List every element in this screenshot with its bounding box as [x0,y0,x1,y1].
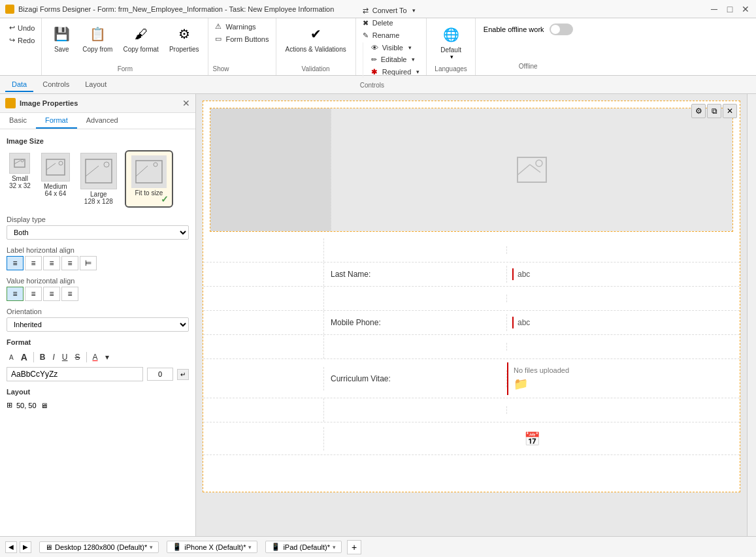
convert-icon: ⇄ [363,7,369,15]
offline-toggle[interactable] [550,24,573,35]
size-fit-label: Fit to size [135,189,163,197]
label-align-left[interactable]: ≡ [7,256,24,270]
visible-button[interactable]: 👁 Visible ▾ [369,42,423,53]
panel-header: Image Properties ✕ [0,94,195,113]
panel-tab-basic[interactable]: Basic [0,113,36,129]
undo-button[interactable]: ↩ Undo [5,22,39,33]
required-button[interactable]: ✱ Required ▾ [369,67,423,78]
field-cell-empty-left-1 [203,238,324,262]
format-underline[interactable]: U [59,352,71,362]
label-align-justify[interactable]: ≡ [61,256,78,270]
image-size-label: Image Size [7,137,189,145]
orientation-select[interactable]: Inherited Horizontal Vertical [7,317,189,332]
value-align-row: Value horizontal align ≡ ≡ ≡ ≡ [7,277,189,301]
label-align-right[interactable]: ≡ [43,256,60,270]
layout-value: 50, 50 [16,402,37,409]
device-iphone-tab[interactable]: 📱 iPhone X (Default)* ▾ [167,541,257,553]
editable-button[interactable]: ✏ Editable ▾ [369,54,423,65]
layout-row: Layout ⊞ 50, 50 🖥 [7,388,189,409]
nav-right-button[interactable]: ▶ [20,541,31,553]
default-language-button[interactable]: 🌐 Default ▾ [436,22,465,63]
file-upload-icon[interactable]: 📁 [514,377,734,391]
format-strikethrough[interactable]: S [72,352,82,362]
form-row-empty-4 [203,398,740,422]
size-medium[interactable]: Medium64 x 64 [39,150,73,208]
languages-group: 🌐 Default ▾ Languages [427,18,476,75]
warnings-button[interactable]: ⚠ Warnings [212,21,271,32]
convert-to-button[interactable]: ⇄ Convert To ▾ [360,5,423,16]
redo-button[interactable]: ↪ Redo [5,35,39,46]
label-align-extra[interactable]: ⊨ [80,256,97,270]
value-align-justify[interactable]: ≡ [61,287,78,301]
size-small[interactable]: Small32 x 32 [7,150,33,208]
date-icon-cell: 📅 [324,431,740,447]
orientation-label: Orientation [7,308,189,315]
format-color-dropdown[interactable]: ▾ [103,352,112,362]
tab-data[interactable]: Data [5,78,33,92]
format-italic[interactable]: I [50,352,57,362]
copy-from-button[interactable]: 📋 Copy from [78,21,116,56]
format-small-a[interactable]: A [7,353,16,362]
svg-line-7 [86,166,99,176]
label-align-center[interactable]: ≡ [25,256,42,270]
format-bold[interactable]: B [37,352,48,362]
copy-format-button[interactable]: 🖌 Copy format [119,21,162,56]
device-ipad-tab[interactable]: 📱 iPad (Default)* ▾ [265,541,342,553]
value-align-right[interactable]: ≡ [43,287,60,301]
actions-validations-button[interactable]: ✔ Actions & Validations [282,21,350,56]
mobilephone-input[interactable] [512,317,734,328]
size-fit[interactable]: Fit to size ✓ [125,150,173,208]
value-align-center[interactable]: ≡ [25,287,42,301]
nav-left-button[interactable]: ◀ [5,541,17,553]
field-cell-value-empty-1 [507,247,740,253]
form-row-lastname: Last Name: [203,263,740,287]
display-type-select[interactable]: Both Image Only Label Only [7,225,189,240]
rename-button[interactable]: ✎ Rename [360,30,423,41]
app-title: Bizagi Forms Designer - Form: frm_New_Em… [18,5,334,13]
calendar-icon: 📅 [524,431,540,447]
svg-line-10 [136,166,148,176]
lastname-input[interactable] [512,268,734,280]
minimize-button[interactable]: ─ [709,4,719,14]
panel-tab-format[interactable]: Format [36,113,77,129]
left-panel: Image Properties ✕ Basic Format Advanced… [0,94,196,536]
canvas-settings-btn[interactable]: ⚙ [691,104,706,118]
canvas-area: ⚙ ⧉ ✕ [196,94,747,536]
delete-button[interactable]: ✖ Delete [360,18,423,29]
field-cell-value-empty-2 [507,296,740,301]
canvas-delete-btn[interactable]: ✕ [723,104,737,118]
font-size-confirm[interactable]: ↵ [177,369,189,380]
format-color-a[interactable]: A [90,352,101,362]
required-icon: ✱ [371,68,377,76]
window-controls: ─ □ ✕ [709,4,751,14]
editable-icon: ✏ [371,56,377,64]
size-fit-icon [131,155,167,188]
rename-icon: ✎ [363,31,369,40]
add-device-button[interactable]: + [347,540,361,554]
form-buttons-button[interactable]: ▭ Form Buttons [212,33,271,44]
tab-layout[interactable]: Layout [78,78,113,92]
device-desktop-tab[interactable]: 🖥 Desktop 1280x800 (Default)* ▾ [39,541,159,553]
save-button[interactable]: 💾 Save [47,21,76,56]
redo-icon: ↪ [9,36,15,44]
close-button[interactable]: ✕ [740,4,751,14]
tab-controls[interactable]: Controls [36,78,76,92]
required-arrow-icon: ▾ [416,69,419,75]
value-align-left[interactable]: ≡ [7,287,24,301]
size-large-label: Large128 x 128 [84,191,113,205]
maximize-button[interactable]: □ [725,4,735,14]
format-large-a[interactable]: A [18,351,30,363]
field-cell-label-empty-3 [324,343,507,351]
panel-tab-advanced[interactable]: Advanced [77,113,127,129]
panel-close-button[interactable]: ✕ [182,98,190,108]
right-scrollbar[interactable] [747,94,756,536]
toggle-track[interactable] [550,24,573,35]
canvas-copy-btn[interactable]: ⧉ [707,104,721,118]
desktop-arrow-icon: ▾ [150,544,153,550]
panel-title: Image Properties [20,99,182,107]
canvas-inner: ⚙ ⧉ ✕ [203,101,740,492]
properties-button[interactable]: ⚙ Properties [165,21,203,56]
size-large[interactable]: Large128 x 128 [78,150,120,208]
toggle-thumb [551,25,560,34]
font-size-input[interactable] [147,368,173,381]
